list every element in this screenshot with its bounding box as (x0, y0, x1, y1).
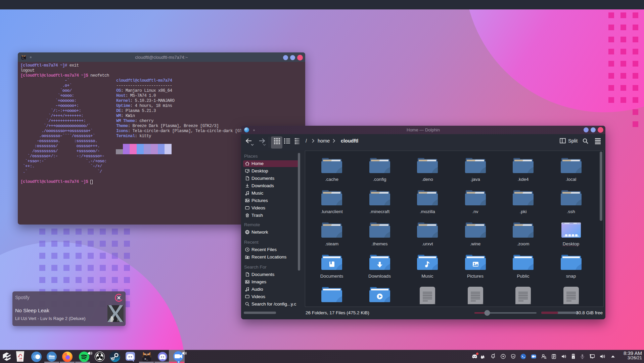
svg-text:Split: Split (568, 138, 578, 144)
svg-text:home: home (318, 138, 330, 144)
svg-text:cloudftl: cloudftl (341, 138, 358, 144)
svg-text:/: / (306, 138, 307, 144)
svg-text:>_: >_ (144, 358, 148, 361)
